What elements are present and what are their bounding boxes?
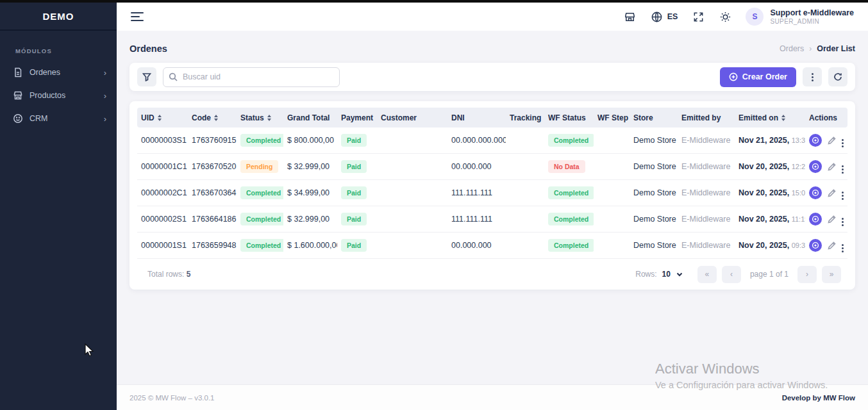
more-options-button[interactable] xyxy=(803,67,822,86)
refresh-button[interactable] xyxy=(828,67,847,86)
cell-actions xyxy=(805,212,849,226)
language-selector[interactable]: ES xyxy=(651,10,678,23)
row-menu-button[interactable] xyxy=(842,160,844,174)
developer-credit: Develop by MW Flow xyxy=(782,394,855,402)
table-row[interactable]: 00000002C1 1763670364 Completed $ 34.999… xyxy=(137,180,847,206)
cell-status: Completed xyxy=(237,213,283,226)
col-emitted-on[interactable]: Emitted on xyxy=(735,113,805,122)
user-menu[interactable]: S Support e-Middleware SUPER_ADMIN xyxy=(746,8,854,26)
sidebar: DEMO MÓDULOS Ordenes › Productos › CRM › xyxy=(0,3,117,410)
search-icon xyxy=(169,72,178,81)
menu-toggle-icon[interactable] xyxy=(131,10,144,24)
page-footer: 2025 © MW Flow – v3.0.1 Develop by MW Fl… xyxy=(117,384,868,410)
create-order-button[interactable]: Crear Order xyxy=(720,67,796,87)
view-button[interactable] xyxy=(809,134,822,147)
prev-page-button[interactable]: ‹ xyxy=(722,266,741,283)
wf-status-badge: No Data xyxy=(548,160,585,173)
cell-wf-status: Completed xyxy=(544,213,594,226)
cell-code: 1763670364 xyxy=(188,188,237,197)
headset-icon xyxy=(13,113,23,124)
col-code[interactable]: Code xyxy=(188,113,237,122)
pencil-icon xyxy=(828,163,836,171)
funnel-icon xyxy=(142,72,151,81)
top-header: ES S Support e-Middleware SUPER_ADMIN xyxy=(117,3,868,31)
cell-dni: 00.000.000 xyxy=(447,162,506,171)
col-customer: Customer xyxy=(377,113,447,122)
table-row[interactable]: 00000002S1 1763664186 Completed $ 32.999… xyxy=(137,206,847,233)
sidebar-item-ordenes[interactable]: Ordenes › xyxy=(0,61,117,84)
cell-wf-status: No Data xyxy=(544,160,594,173)
sidebar-item-crm[interactable]: CRM › xyxy=(0,107,117,130)
col-uid[interactable]: UID xyxy=(137,113,188,122)
filter-button[interactable] xyxy=(137,67,156,86)
last-page-button[interactable]: » xyxy=(822,266,841,283)
cell-grand-total: $ 800.000,00 xyxy=(283,136,337,145)
cell-uid: 00000002C1 xyxy=(137,188,188,197)
cell-status: Completed xyxy=(237,239,283,252)
vertical-dots-icon xyxy=(842,244,844,252)
app-logo[interactable]: DEMO xyxy=(0,3,117,31)
cell-store: Demo Store xyxy=(630,162,678,171)
theme-light-icon[interactable] xyxy=(719,10,731,23)
rows-per-page-select[interactable]: Rows: 10 xyxy=(635,270,683,279)
view-button[interactable] xyxy=(809,239,822,252)
cell-payment: Paid xyxy=(337,186,377,199)
cell-code: 1763659948 xyxy=(188,241,237,250)
table-toolbar: Crear Order xyxy=(129,63,855,91)
sidebar-item-productos[interactable]: Productos › xyxy=(0,84,117,107)
payment-badge: Paid xyxy=(341,239,367,252)
cell-code: 1763670520 xyxy=(188,162,237,171)
view-button[interactable] xyxy=(809,186,822,199)
cell-actions xyxy=(805,133,849,147)
row-menu-button[interactable] xyxy=(842,133,844,147)
col-status[interactable]: Status xyxy=(237,113,283,122)
cell-grand-total: $ 32.999,00 xyxy=(283,215,337,224)
store-icon[interactable] xyxy=(624,10,637,23)
vertical-dots-icon xyxy=(842,218,844,226)
user-role: SUPER_ADMIN xyxy=(770,18,854,25)
view-button[interactable] xyxy=(809,213,822,226)
status-badge: Completed xyxy=(240,213,283,226)
chevron-right-icon: › xyxy=(104,114,106,124)
cell-payment: Paid xyxy=(337,239,377,252)
breadcrumb-parent[interactable]: Orders xyxy=(780,44,804,53)
edit-button[interactable] xyxy=(828,189,836,197)
col-store: Store xyxy=(630,113,678,122)
cell-grand-total: $ 34.999,00 xyxy=(283,188,337,197)
vertical-dots-icon xyxy=(842,192,844,200)
edit-button[interactable] xyxy=(828,242,836,250)
cell-emitted-by: E-Middleware xyxy=(678,241,735,250)
edit-button[interactable] xyxy=(828,215,836,224)
table-row[interactable]: 00000001C1 1763670520 Pending $ 32.999,0… xyxy=(137,154,847,180)
wf-status-badge: Completed xyxy=(548,239,594,252)
table-row[interactable]: 00000003S1 1763760915 Completed $ 800.00… xyxy=(137,127,847,154)
pencil-icon xyxy=(828,215,836,224)
row-menu-button[interactable] xyxy=(842,212,844,226)
view-button[interactable] xyxy=(809,160,822,173)
cell-wf-status: Completed xyxy=(544,186,594,199)
cell-store: Demo Store xyxy=(630,136,678,145)
cell-store: Demo Store xyxy=(630,215,678,224)
page-indicator: page 1 of 1 xyxy=(750,270,789,279)
search-input[interactable] xyxy=(163,67,340,87)
eye-icon xyxy=(812,242,819,249)
row-menu-button[interactable] xyxy=(842,238,844,252)
first-page-button[interactable]: « xyxy=(697,266,717,283)
sort-icon xyxy=(214,115,218,121)
sort-icon xyxy=(158,115,162,121)
col-wf-status: WF Status xyxy=(544,113,594,122)
row-menu-button[interactable] xyxy=(842,186,844,200)
cell-actions xyxy=(805,238,849,252)
document-icon xyxy=(13,67,23,78)
edit-button[interactable] xyxy=(828,163,836,171)
fullscreen-icon[interactable] xyxy=(692,10,705,23)
cell-emitted-by: E-Middleware xyxy=(678,188,735,197)
eye-icon xyxy=(812,136,819,144)
wf-status-badge: Completed xyxy=(548,213,594,226)
edit-button[interactable] xyxy=(828,136,836,145)
cell-emitted-on: Nov 20, 2025, 12:28 xyxy=(735,162,805,171)
cell-status: Pending xyxy=(237,160,283,173)
next-page-button[interactable]: › xyxy=(797,266,817,283)
cell-grand-total: $ 1.600.000,00 xyxy=(283,241,337,250)
table-row[interactable]: 00000001S1 1763659948 Completed $ 1.600.… xyxy=(137,233,847,259)
